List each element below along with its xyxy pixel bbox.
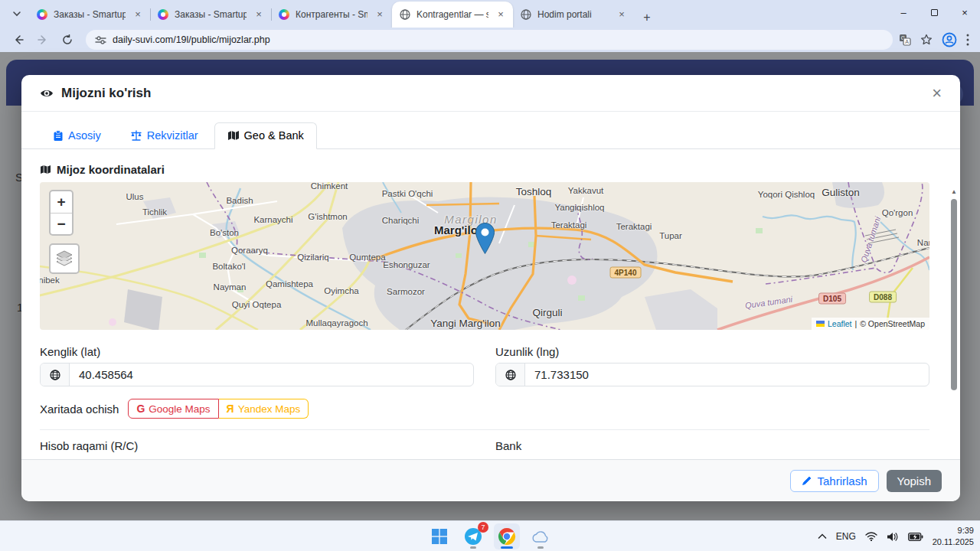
start-button[interactable] [426,523,452,549]
osm-link[interactable]: © OpenStreetMap [860,319,925,328]
svg-text:A: A [905,39,909,44]
tab-title: Hodim portali [537,9,609,20]
tab-asosiy[interactable]: Asosiy [40,122,114,149]
menu-button[interactable] [966,34,969,46]
window-maximize-button[interactable] [919,0,949,24]
url-text[interactable]: daily-suvi.com/19l/public/mijozlar.php [113,34,270,45]
modal-footer: Tahrirlash Yopish [21,459,960,501]
modal-scrollbar[interactable]: ▲ ▼ [949,188,959,501]
browser-tab[interactable]: Kontragentlar — stacked moda× [392,2,513,28]
chrome-icon [498,527,516,546]
bookmark-button[interactable] [920,34,933,46]
lat-input[interactable]: 40.458564 [40,363,474,386]
reload-button[interactable] [57,30,77,50]
zoom-out-button[interactable]: − [51,213,72,234]
back-arrow-icon [13,34,24,45]
section-title: Mijoz koordinatalari [40,163,929,176]
toolbar-actions: G A [899,32,974,47]
bank-label: Bank [495,439,929,452]
cloud-app-button[interactable] [528,523,554,549]
tray-chevron-icon[interactable] [818,533,827,540]
tab-geo-bank[interactable]: Geo & Bank [214,122,317,149]
leaflet-map[interactable]: ChimkentUlusToshloqYakkavutYoqori Qishlo… [40,182,929,330]
scales-icon [130,130,142,142]
address-bar[interactable]: daily-suvi.com/19l/public/mijozlar.php [86,30,893,50]
smartup-favicon-icon [37,9,47,20]
scroll-up-icon[interactable]: ▲ [949,188,959,195]
attribution-separator: | [854,319,857,328]
section-title-text: Mijoz koordinatalari [57,163,165,176]
globe-favicon-icon [400,9,410,20]
lng-label: Uzunlik (lng) [495,345,929,358]
clipboard-icon [53,130,64,142]
window-close-button[interactable]: × [949,0,980,24]
tab-rekvizitlar[interactable]: Rekvizitlar [117,122,211,149]
tab-close-icon[interactable]: × [616,8,628,21]
bank-field-group: Bank [495,439,929,457]
account-label: Hisob raqami (R/C) [40,439,474,452]
tab-close-icon[interactable]: × [374,8,386,21]
yandex-maps-label: Yandex Maps [238,403,301,415]
lng-input[interactable]: 71.733150 [495,363,929,386]
zoom-in-button[interactable]: + [51,191,72,213]
cloud-icon [531,529,550,544]
battery-icon[interactable] [908,533,923,541]
telegram-app-button[interactable]: 7 [460,523,486,549]
page-area: S 1 Mijozni ko'rish × [0,52,980,520]
tab-title: Заказы - Smartup [175,9,247,20]
back-button[interactable] [8,30,28,50]
lng-value[interactable]: 71.733150 [525,364,929,386]
profile-button[interactable] [942,32,957,47]
chrome-app-button[interactable] [494,523,520,549]
new-tab-button[interactable]: + [637,8,657,28]
browser-tab-strip: Заказы - Smartup×Заказы - Smartup×Контра… [0,0,980,28]
tab-label: Geo & Bank [244,129,304,142]
browser-tab[interactable]: Контрагенты - Smartup× [271,2,392,28]
tab-title: Заказы - Smartup [54,9,126,20]
smartup-favicon-icon [279,9,289,20]
edit-button-label: Tahrirlash [817,474,867,487]
tab-close-icon[interactable]: × [132,8,144,21]
browser-tab[interactable]: Заказы - Smartup× [150,2,271,28]
divider [40,429,929,430]
globe-favicon-icon [521,9,531,20]
wifi-icon[interactable] [865,532,877,541]
modal-close-icon[interactable]: × [932,85,942,102]
google-maps-button[interactable]: G Google Maps [128,399,218,419]
translate-icon: G A [899,34,911,46]
browser-tab[interactable]: Hodim portali× [513,2,634,28]
yandex-maps-button[interactable]: Я Yandex Maps [219,399,309,419]
language-indicator[interactable]: ENG [836,531,856,542]
tab-close-icon[interactable]: × [495,8,507,21]
running-indicator [537,546,544,549]
modal-body: Mijoz koordinatalari [21,149,960,457]
taskbar-clock[interactable]: 9:39 20.11.2025 [933,525,974,548]
edit-button[interactable]: Tahrirlash [790,470,878,492]
tab-search-button[interactable] [6,3,28,24]
translate-button[interactable]: G A [899,34,911,46]
globe-icon [41,364,70,386]
tray-time: 9:39 [933,525,974,536]
pencil-icon [802,475,812,486]
yandex-ya-icon: Я [227,403,234,415]
smartup-favicon-icon [158,9,168,20]
map-layers-button[interactable] [49,243,80,274]
browser-tab[interactable]: Заказы - Smartup× [29,2,150,28]
close-button[interactable]: Yopish [887,470,942,492]
tab-title: Контрагенты - Smartup [296,9,368,20]
location-marker-icon[interactable] [475,223,495,254]
tab-label: Rekvizitlar [147,129,198,142]
map-links-group: G Google Maps Я Yandex Maps [128,399,309,419]
volume-icon[interactable] [887,532,899,542]
forward-button[interactable] [33,30,53,50]
window-minimize-button[interactable]: – [888,0,919,24]
scrollbar-thumb[interactable] [951,199,957,390]
forward-arrow-icon [38,34,48,45]
tab-close-icon[interactable]: × [253,8,265,21]
google-maps-label: Google Maps [149,403,210,415]
tab-title: Kontragentlar — stacked moda [416,9,488,20]
lat-value[interactable]: 40.458564 [70,364,473,386]
leaflet-link[interactable]: Leaflet [828,319,852,328]
map-zoom-control: + − [49,190,74,236]
account-field-group: Hisob raqami (R/C) [40,439,474,457]
